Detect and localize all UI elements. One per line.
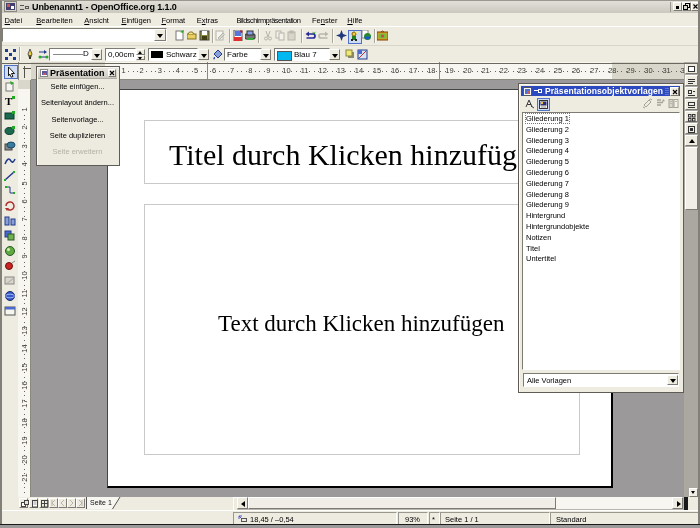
svg-text:T: T	[5, 95, 13, 107]
